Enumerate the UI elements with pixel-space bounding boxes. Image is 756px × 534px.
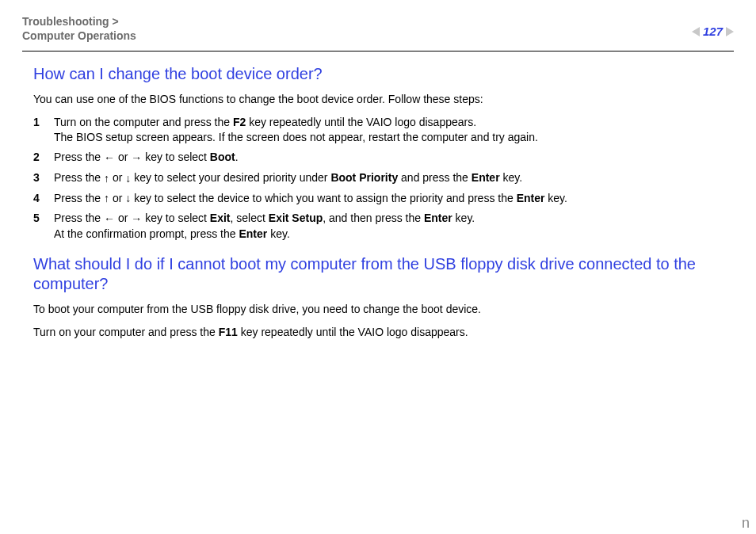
step-text: Press the ← or → key to select Exit, sel… xyxy=(54,211,734,242)
arrow-right-icon: → xyxy=(131,212,142,227)
step-number: 4 xyxy=(33,191,54,207)
menu-exit: Exit xyxy=(210,212,231,224)
breadcrumb-bottom: Computer Operations xyxy=(22,29,136,43)
step-5: 5 Press the ← or → key to select Exit, s… xyxy=(33,211,734,242)
step-text: Press the ← or → key to select Boot. xyxy=(54,150,734,166)
step-text: Press the ↑ or ↓ key to select the devic… xyxy=(54,191,734,207)
arrow-up-icon: ↑ xyxy=(104,171,109,186)
step-text: Turn on the computer and press the F2 ke… xyxy=(54,115,734,145)
page-number: 127 xyxy=(703,24,723,40)
arrow-left-icon: ← xyxy=(104,151,115,166)
arrow-left-icon: ← xyxy=(104,212,115,227)
p-usb-1: To boot your computer from the USB flopp… xyxy=(33,302,734,317)
step-number: 1 xyxy=(33,115,54,145)
key-enter: Enter xyxy=(239,227,267,240)
step-number: 5 xyxy=(33,211,54,242)
menu-boot: Boot xyxy=(210,151,235,163)
prev-page-icon[interactable] xyxy=(692,27,700,36)
key-enter: Enter xyxy=(472,171,500,184)
header-rule xyxy=(22,51,734,51)
page-number-nav: 127 xyxy=(692,24,734,40)
key-f2: F2 xyxy=(233,116,246,128)
step-3: 3 Press the ↑ or ↓ key to select your de… xyxy=(33,170,734,186)
key-enter: Enter xyxy=(517,192,545,204)
step-number: 2 xyxy=(33,150,54,166)
key-f11: F11 xyxy=(219,326,238,338)
step-number: 3 xyxy=(33,170,54,186)
step-text: Press the ↑ or ↓ key to select your desi… xyxy=(54,170,734,186)
heading-boot-order: How can I change the boot device order? xyxy=(33,64,734,84)
arrow-up-icon: ↑ xyxy=(104,191,109,206)
key-enter: Enter xyxy=(424,212,452,224)
arrow-right-icon: → xyxy=(131,151,142,166)
p-usb-2: Turn on your computer and press the F11 … xyxy=(33,325,734,340)
label-boot-priority: Boot Priority xyxy=(330,171,398,184)
breadcrumb: Troubleshooting > Computer Operations xyxy=(22,14,136,43)
intro-boot-order: You can use one of the BIOS functions to… xyxy=(33,92,734,107)
step-4: 4 Press the ↑ or ↓ key to select the dev… xyxy=(33,191,734,207)
footer-mark: n xyxy=(742,513,750,532)
step-1: 1 Turn on the computer and press the F2 … xyxy=(33,115,734,145)
menu-exit-setup: Exit Setup xyxy=(269,212,323,224)
heading-usb-floppy: What should I do if I cannot boot my com… xyxy=(33,254,734,294)
next-page-icon[interactable] xyxy=(726,27,734,36)
steps-list: 1 Turn on the computer and press the F2 … xyxy=(33,115,734,242)
step-2: 2 Press the ← or → key to select Boot. xyxy=(33,150,734,166)
breadcrumb-top: Troubleshooting > xyxy=(22,14,136,29)
